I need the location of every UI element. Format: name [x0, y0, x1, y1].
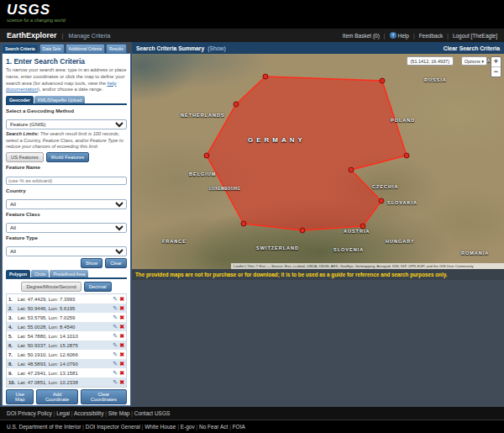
delete-coordinate-icon[interactable]: ✖ — [119, 351, 124, 358]
country-select[interactable]: All — [6, 199, 127, 209]
edit-coordinate-icon[interactable]: ✎ — [113, 351, 118, 358]
delete-coordinate-icon[interactable]: ✖ — [119, 305, 124, 312]
polygon-vertex-marker[interactable] — [300, 228, 305, 233]
zoom-control: + − — [491, 56, 501, 77]
delete-coordinate-icon[interactable]: ✖ — [119, 296, 124, 303]
manage-criteria-link[interactable]: Manage Criteria — [69, 33, 111, 39]
logout-label: Logout [TheEagle] — [453, 33, 497, 39]
feature-name-input[interactable] — [6, 177, 127, 185]
nav-separator — [62, 32, 64, 40]
clear-button[interactable]: Clear — [105, 258, 127, 268]
coordinate-number: 7. — [8, 352, 18, 357]
clear-search-criteria-link[interactable]: Clear Search Criteria — [444, 45, 500, 51]
coordinate-number: 1. — [8, 297, 18, 302]
tab-kml-shapefile-upload[interactable]: KML/Shapefile Upload — [34, 96, 86, 103]
edit-coordinate-icon[interactable]: ✎ — [113, 333, 118, 340]
footer-link-doi[interactable]: U.S. Department of the Interior — [7, 424, 86, 430]
footer-link-site-map[interactable]: Site Map — [108, 410, 134, 416]
footer-link-legal[interactable]: Legal — [56, 410, 74, 416]
polygon-vertex-marker[interactable] — [204, 153, 209, 158]
feature-class-select[interactable]: All — [6, 223, 127, 233]
polygon-vertex-marker[interactable] — [241, 221, 246, 226]
zoom-in-button[interactable]: + — [491, 57, 501, 67]
polygon-vertex-marker[interactable] — [404, 153, 409, 158]
use-map-button[interactable]: Use Map — [6, 389, 34, 404]
intro-text: To narrow your search area: type in an a… — [6, 67, 127, 93]
country-label: Country — [6, 187, 127, 193]
decimal-format-button[interactable]: Decimal — [84, 282, 112, 292]
page-footer: DOI Privacy PolicyLegalAccessibilitySite… — [0, 407, 504, 433]
us-features-button[interactable]: US Features — [6, 152, 44, 162]
delete-coordinate-icon[interactable]: ✖ — [119, 379, 124, 386]
geocoding-method-select[interactable]: Feature (GNIS) — [6, 119, 127, 129]
feedback-link[interactable]: Feedback — [419, 33, 453, 39]
delete-coordinate-icon[interactable]: ✖ — [119, 324, 124, 330]
edit-coordinate-icon[interactable]: ✎ — [113, 314, 118, 321]
delete-coordinate-icon[interactable]: ✖ — [119, 333, 124, 340]
dms-format-button[interactable]: Degree/Minute/Second — [21, 282, 81, 292]
tab-polygon[interactable]: Polygon — [6, 270, 30, 277]
delete-coordinate-icon[interactable]: ✖ — [119, 361, 124, 367]
help-link[interactable]: ?Help — [390, 32, 419, 39]
polygon-vertex-marker[interactable] — [263, 74, 268, 79]
footer-link-inspector-general[interactable]: DOI Inspector General — [86, 424, 144, 430]
usgs-logo[interactable]: USGS science for a changing world — [7, 3, 66, 23]
polygon-vertex-marker[interactable] — [360, 224, 365, 229]
polygon-vertex-marker[interactable] — [349, 167, 354, 172]
edit-coordinate-icon[interactable]: ✎ — [113, 361, 118, 367]
coordinate-row: 3.Lat: 53.5795, Lon: 7.0259✎✖ — [7, 313, 126, 322]
delete-coordinate-icon[interactable]: ✖ — [119, 314, 124, 321]
summary-left: Search Criteria Summary (Show) — [136, 45, 226, 51]
footer-link-no-fear-act[interactable]: No Fear Act — [199, 424, 233, 430]
help-icon: ? — [390, 32, 396, 39]
delete-coordinate-icon[interactable]: ✖ — [119, 342, 124, 349]
zoom-out-button[interactable]: − — [491, 67, 501, 77]
add-coordinate-button[interactable]: Add Coordinate — [36, 389, 77, 404]
coordinate-row: 1.Lat: 47.4429, Lon: 7.3993✎✖ — [7, 294, 126, 304]
edit-coordinate-icon[interactable]: ✎ — [113, 370, 118, 377]
edit-coordinate-icon[interactable]: ✎ — [113, 379, 118, 386]
tab-search-criteria[interactable]: Search Criteria — [2, 44, 39, 53]
polygon-vertex-marker[interactable] — [379, 198, 384, 203]
polygon-vertex-marker[interactable] — [234, 102, 239, 107]
coordinate-value: Lat: 48.5893, Lon: 14.0790 — [18, 362, 113, 367]
footer-link-foia[interactable]: FOIA — [233, 424, 245, 430]
footer-link-egov[interactable]: E-gov — [181, 424, 199, 430]
footer-link-contact-usgs[interactable]: Contact USGS — [134, 410, 171, 416]
item-basket-link[interactable]: Item Basket (0) — [343, 33, 390, 39]
edit-coordinate-icon[interactable]: ✎ — [113, 296, 118, 303]
show-button[interactable]: Show — [81, 258, 103, 268]
tab-predefined-area[interactable]: Predefined Area — [50, 270, 88, 277]
tab-data-sets[interactable]: Data Sets — [39, 44, 65, 53]
footer-link-accessibility[interactable]: Accessibility — [74, 410, 108, 416]
search-area-polygon[interactable] — [207, 77, 407, 230]
nav-left: EarthExplorer Manage Criteria — [7, 31, 110, 40]
summary-bar: Search Criteria Summary (Show) Clear Sea… — [132, 42, 504, 54]
map-canvas[interactable]: NETHERLANDS GERMANY BELGIUM LUXEMBOURG F… — [132, 54, 504, 269]
map-options-button[interactable]: Options ▾ — [461, 56, 487, 66]
coordinate-value: Lat: 47.0851, Lon: 10.2338 — [18, 380, 113, 385]
help-label: Help — [398, 33, 409, 39]
logout-link[interactable]: Logout [TheEagle] — [453, 33, 497, 39]
summary-show-link[interactable]: (Show) — [207, 45, 226, 51]
delete-coordinate-icon[interactable]: ✖ — [119, 370, 124, 377]
footer-link-white-house[interactable]: White House — [144, 424, 181, 430]
search-panel: Search Criteria Data Sets Additional Cri… — [2, 44, 131, 406]
coordinate-value: Lat: 50.9446, Lon: 5.6195 — [18, 306, 113, 311]
edit-coordinate-icon[interactable]: ✎ — [113, 342, 118, 349]
feature-type-select[interactable]: All — [6, 246, 127, 256]
coordinate-number: 4. — [8, 325, 18, 330]
world-features-button[interactable]: World Features — [46, 152, 90, 162]
tab-circle[interactable]: Circle — [31, 270, 50, 277]
coordinate-row: 5.Lat: 54.7880, Lon: 14.1010✎✖ — [7, 331, 126, 341]
cursor-coordinate-display: (51.1412, 16.4937) — [407, 56, 454, 66]
edit-coordinate-icon[interactable]: ✎ — [113, 324, 118, 330]
clear-coordinates-button[interactable]: Clear Coordinates — [81, 389, 127, 404]
footer-link-doi-privacy[interactable]: DOI Privacy Policy — [7, 410, 56, 416]
tab-results[interactable]: Results — [106, 44, 127, 53]
edit-coordinate-icon[interactable]: ✎ — [113, 305, 118, 312]
tab-geocoder[interactable]: Geocoder — [6, 96, 34, 103]
map-overlay-svg — [132, 54, 504, 269]
tab-additional-criteria[interactable]: Additional Criteria — [66, 44, 105, 53]
polygon-vertex-marker[interactable] — [380, 78, 385, 83]
